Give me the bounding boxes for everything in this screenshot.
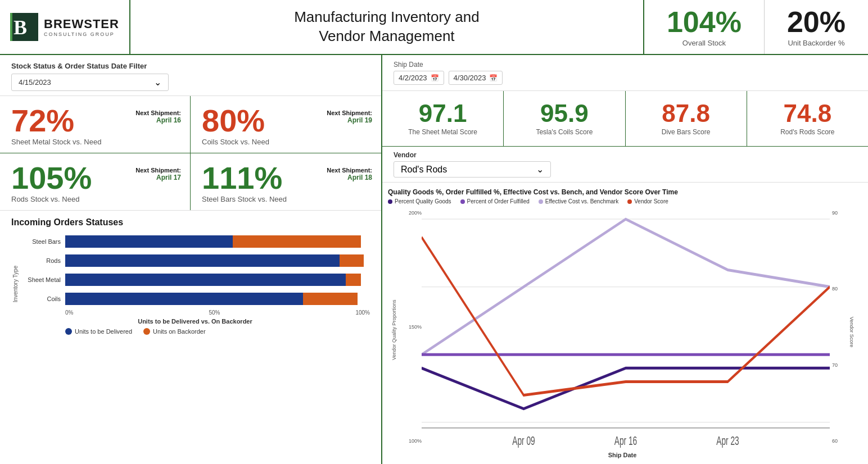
legend-dot-order-fulfilled	[460, 199, 465, 204]
kpi-overall-stock-value: 104%	[667, 7, 742, 37]
legend-dot-vendor-score	[627, 199, 632, 204]
bar-blue-coils	[65, 293, 303, 305]
stock-cell-sheet-metal: 72% Sheet Metal Stock vs. Need Next Ship…	[0, 96, 191, 153]
y-left-150: 150%	[409, 324, 422, 330]
legend-label-quality-goods: Percent Quality Goods	[395, 198, 451, 204]
bar-row-rods: Rods	[20, 252, 370, 269]
svg-text:B: B	[13, 16, 27, 39]
bar-orange-steel-bars	[233, 235, 361, 248]
vendor-filter-label: Vendor	[394, 151, 857, 159]
chevron-down-icon: ⌄	[154, 77, 161, 88]
bar-track-rods	[65, 254, 370, 267]
score-dive-bars-value: 87.8	[662, 101, 710, 126]
legend-vendor-score: Vendor Score	[627, 198, 668, 204]
bar-row-steel-bars: Steel Bars	[20, 233, 370, 250]
legend-item-backorder: Units on Backorder	[143, 328, 206, 335]
score-coils-value: 95.9	[540, 101, 589, 126]
legend-label-effective-cost: Effective Cost vs. Benchmark	[545, 198, 618, 204]
score-coils-name: Tesla's Coils Score	[536, 128, 593, 136]
date-from-value: 4/2/2023	[399, 74, 427, 82]
score-block-dive-bars: 87.8 Dive Bars Score	[626, 91, 747, 146]
stock-cell-steel-bars: 111% Steel Bars Stock vs. Need Next Ship…	[191, 153, 381, 210]
bar-chart-legend: Units to be Delivered Units on Backorder	[65, 328, 370, 335]
calendar-to-icon: 📅	[489, 74, 498, 82]
legend-dot-delivered	[65, 328, 72, 335]
y-right-90: 90	[832, 210, 847, 216]
score-block-rods: 74.8 Rod's Rods Score	[747, 91, 868, 146]
kpi-backorder: 20% Unit Backorder %	[765, 0, 868, 54]
vendor-scores: 97.1 The Sheet Metal Score 95.9 Tesla's …	[382, 91, 868, 147]
stock-cell-rods: 105% Rods Stock vs. Need Next Shipment: …	[0, 153, 191, 210]
logo-sub: CONSULTING GROUP	[44, 31, 119, 37]
stock-row-1: 72% Sheet Metal Stock vs. Need Next Ship…	[0, 96, 381, 153]
bar-label-coils: Coils	[20, 295, 65, 302]
ship-date-label: Ship Date	[394, 61, 503, 69]
legend-label-backorder: Units on Backorder	[153, 328, 206, 335]
bar-label-steel-bars: Steel Bars	[20, 238, 65, 245]
header: B BREWSTER CONSULTING GROUP Manufacturin…	[0, 0, 868, 55]
legend-quality-goods: Percent Quality Goods	[388, 198, 451, 204]
stock-cell-coils: 80% Coils Stock vs. Need Next Shipment: …	[191, 96, 381, 153]
bar-track-coils	[65, 293, 370, 305]
legend-dot-quality-goods	[388, 199, 392, 204]
steel-bars-label: Steel Bars Stock vs. Need	[202, 195, 370, 203]
svg-text:Apr 23: Apr 23	[716, 434, 739, 448]
legend-label-vendor-score: Vendor Score	[634, 198, 668, 204]
calendar-from-icon: 📅	[431, 74, 439, 82]
coils-label: Coils Stock vs. Need	[202, 138, 370, 146]
bar-label-sheet-metal: Sheet Metal	[20, 276, 65, 283]
y-right-70: 70	[832, 362, 847, 368]
legend-item-delivered: Units to be Delivered	[65, 328, 132, 335]
kpi-overall-stock: 104% Overall Stock	[644, 0, 765, 54]
sheet-metal-label: Sheet Metal Stock vs. Need	[11, 138, 179, 146]
filter-section: Stock Status & Order Status Date Filter …	[0, 55, 381, 96]
svg-rect-2	[10, 13, 12, 41]
orders-section: Incoming Orders Statuses Inventory Type …	[0, 211, 381, 464]
legend-label-order-fulfilled: Percent of Order Fulfilled	[467, 198, 530, 204]
filter-label: Stock Status & Order Status Date Filter	[11, 62, 370, 70]
line-chart-svg: Apr 09 Apr 16 Apr 23	[422, 208, 830, 456]
bar-blue-sheet-metal	[65, 274, 346, 286]
x-axis-title: Units to be Delivered vs. On Backorder	[20, 318, 370, 325]
vendor-select[interactable]: Rod's Rods ⌄	[394, 161, 551, 178]
legend-dot-effective-cost	[539, 199, 543, 204]
date-filter-select[interactable]: 4/15/2023 ⌄	[11, 74, 169, 91]
y-left-axis-label: Vendor Quality Proportions	[391, 304, 397, 360]
main-body: Stock Status & Order Status Date Filter …	[0, 55, 868, 464]
rods-label: Rods Stock vs. Need	[11, 195, 179, 203]
left-panel: Stock Status & Order Status Date Filter …	[0, 55, 382, 464]
bar-row-sheet-metal: Sheet Metal	[20, 271, 370, 288]
x-axis: 0% 50% 100%	[65, 310, 370, 316]
bar-orange-coils	[303, 293, 358, 305]
sheet-metal-next-shipment: Next Shipment: April 16	[135, 110, 181, 124]
kpi-backorder-label: Unit Backorder %	[788, 39, 844, 47]
y-right-axis-label: Vendor Score	[849, 317, 855, 348]
score-sheet-metal-value: 97.1	[419, 101, 467, 126]
score-sheet-metal-name: The Sheet Metal Score	[408, 128, 477, 136]
score-dive-bars-name: Dive Bars Score	[662, 128, 711, 136]
bar-orange-sheet-metal	[346, 274, 361, 286]
score-block-coils: 95.9 Tesla's Coils Score	[504, 91, 625, 146]
title-area: Manufacturing Inventory and Vendor Manag…	[130, 0, 644, 54]
page-title: Manufacturing Inventory and Vendor Manag…	[294, 8, 480, 46]
y-right-60: 60	[832, 438, 847, 444]
orders-title: Incoming Orders Statuses	[11, 217, 370, 228]
x-label-0: 0%	[65, 310, 73, 316]
bar-track-sheet-metal	[65, 274, 370, 286]
legend-order-fulfilled: Percent of Order Fulfilled	[460, 198, 530, 204]
chart-legend: Percent Quality Goods Percent of Order F…	[388, 198, 857, 204]
x-label-100: 100%	[355, 310, 370, 316]
x-label-50: 50%	[209, 310, 220, 316]
logo-area: B BREWSTER CONSULTING GROUP	[0, 0, 130, 54]
logo-name: BREWSTER	[44, 17, 119, 31]
bar-track-steel-bars	[65, 235, 370, 248]
y-right-80: 80	[832, 286, 847, 292]
score-rods-name: Rod's Rods Score	[780, 128, 834, 136]
legend-label-delivered: Units to be Delivered	[75, 328, 132, 335]
date-to-input[interactable]: 4/30/2023 📅	[449, 71, 503, 85]
kpi-backorder-value: 20%	[787, 7, 846, 37]
date-from-input[interactable]: 4/2/2023 📅	[394, 71, 444, 85]
line-quality-goods	[422, 368, 830, 408]
coils-next-shipment: Next Shipment: April 19	[327, 110, 372, 124]
legend-dot-backorder	[143, 328, 150, 335]
